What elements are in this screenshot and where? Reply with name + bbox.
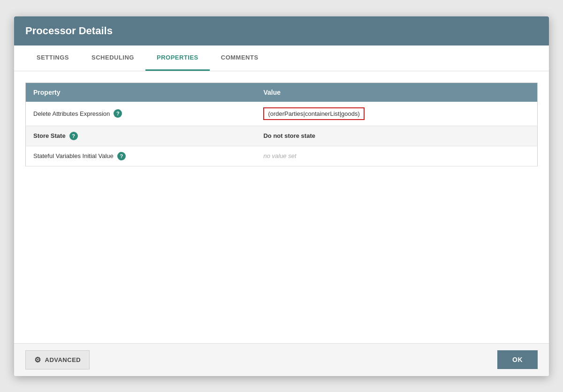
property-cell: Stateful Variables Initial Value ? (26, 146, 256, 166)
property-cell: Delete Attributes Expression ? (26, 102, 256, 126)
property-name: Delete Attributes Expression ? (33, 109, 248, 118)
extra-cell (512, 102, 538, 126)
column-extra (512, 83, 538, 102)
help-icon[interactable]: ? (117, 152, 126, 160)
property-label: Store State (33, 132, 66, 139)
advanced-label: ADVANCED (45, 356, 81, 363)
value-cell: Do not store state (256, 126, 512, 146)
dialog-header: Processor Details (14, 16, 549, 45)
tab-settings[interactable]: SETTINGS (25, 45, 80, 71)
value-container: Do not store state (263, 132, 504, 139)
dialog-title: Processor Details (25, 25, 538, 37)
tab-comments[interactable]: COMMENTS (210, 45, 270, 71)
value-cell: no value set (256, 146, 512, 166)
value-container: no value set (263, 152, 504, 159)
property-cell: Store State ? (26, 126, 256, 146)
property-label: Stateful Variables Initial Value (33, 152, 114, 159)
property-name-bold: Store State ? (33, 132, 248, 140)
dialog-footer: ⚙ ADVANCED OK (14, 343, 549, 376)
table-row: Store State ? Do not store state (26, 126, 538, 146)
tabs-container: SETTINGS SCHEDULING PROPERTIES COMMENTS (14, 45, 549, 71)
help-icon[interactable]: ? (114, 109, 122, 118)
dialog-body: Property Value Delete Attributes Express… (14, 71, 549, 343)
table-row: Stateful Variables Initial Value ? no va… (26, 146, 538, 166)
processor-details-dialog: Processor Details SETTINGS SCHEDULING PR… (14, 16, 549, 376)
value-bold: Do not store state (263, 132, 315, 139)
properties-table: Property Value Delete Attributes Express… (25, 83, 538, 166)
value-container: (orderParties|containerList|goods) (263, 107, 504, 120)
ok-button[interactable]: OK (497, 350, 538, 369)
gear-icon: ⚙ (34, 355, 41, 364)
column-property: Property (26, 83, 256, 102)
help-icon[interactable]: ? (69, 132, 78, 140)
property-name: Stateful Variables Initial Value ? (33, 152, 248, 160)
property-label: Delete Attributes Expression (33, 110, 110, 117)
value-placeholder: no value set (263, 152, 296, 159)
extra-cell (512, 146, 538, 166)
table-row: Delete Attributes Expression ? (orderPar… (26, 102, 538, 126)
value-highlighted: (orderParties|containerList|goods) (263, 107, 364, 120)
column-value: Value (256, 83, 512, 102)
tab-properties[interactable]: PROPERTIES (145, 45, 210, 71)
tab-scheduling[interactable]: SCHEDULING (80, 45, 145, 71)
extra-cell (512, 126, 538, 146)
table-header-row: Property Value (26, 83, 538, 102)
value-cell: (orderParties|containerList|goods) (256, 102, 512, 126)
advanced-button[interactable]: ⚙ ADVANCED (25, 350, 90, 369)
